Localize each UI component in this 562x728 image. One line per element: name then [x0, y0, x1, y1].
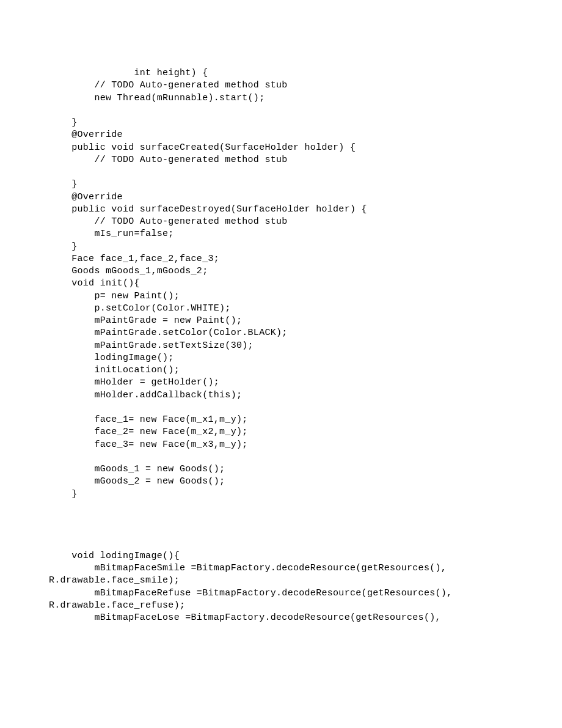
code-line: p.setColor(Color.WHITE); [49, 303, 513, 315]
code-line: public void surfaceCreated(SurfaceHolder… [49, 142, 513, 154]
code-line [49, 451, 513, 463]
code-line: mGoods_1 = new Goods(); [49, 463, 513, 476]
code-line: // TODO Auto-generated method stub [49, 79, 513, 92]
code-line: @Override [49, 191, 513, 204]
code-line: } [49, 117, 513, 129]
code-line: Face face_1,face_2,face_3; [49, 253, 513, 265]
code-line [49, 105, 513, 117]
code-line: mGoods_2 = new Goods(); [49, 476, 513, 488]
code-line: // TODO Auto-generated method stub [49, 154, 513, 166]
code-line: mBitmapFaceLose =BitmapFactory.decodeRes… [49, 612, 513, 624]
code-line: mPaintGrade.setTextSize(30); [49, 340, 513, 352]
code-line: mHolder = getHolder(); [49, 377, 513, 389]
code-line: void init(){ [49, 278, 513, 290]
code-line: face_3= new Face(m_x3,m_y); [49, 439, 513, 451]
code-line [49, 501, 513, 513]
code-line: mHolder.addCallback(this); [49, 389, 513, 402]
code-line: int height) { [49, 67, 513, 79]
code-line: R.drawable.face_refuse); [49, 600, 513, 612]
code-line: // TODO Auto-generated method stub [49, 216, 513, 228]
code-line [49, 513, 513, 525]
code-line: void lodingImage(){ [49, 550, 513, 562]
code-line: mBitmapFaceRefuse =BitmapFactory.decodeR… [49, 587, 513, 600]
code-line: mIs_run=false; [49, 228, 513, 240]
code-block: int height) { // TODO Auto-generated met… [49, 67, 513, 624]
code-line [49, 166, 513, 178]
code-line [49, 538, 513, 550]
code-line: public void surfaceDestroyed(SurfaceHold… [49, 204, 513, 216]
code-line [49, 525, 513, 537]
code-line: } [49, 178, 513, 191]
code-line: face_2= new Face(m_x2,m_y); [49, 426, 513, 438]
code-line: mPaintGrade = new Paint(); [49, 315, 513, 327]
code-line: lodingImage(); [49, 352, 513, 364]
code-line: } [49, 241, 513, 253]
code-line: face_1= new Face(m_x1,m_y); [49, 414, 513, 426]
code-line: initLocation(); [49, 364, 513, 377]
code-line: new Thread(mRunnable).start(); [49, 92, 513, 105]
code-line: p= new Paint(); [49, 290, 513, 303]
code-line: Goods mGoods_1,mGoods_2; [49, 265, 513, 278]
code-line: } [49, 488, 513, 501]
code-line: mPaintGrade.setColor(Color.BLACK); [49, 327, 513, 339]
code-line [49, 402, 513, 414]
code-line: @Override [49, 129, 513, 141]
code-line: R.drawable.face_smile); [49, 575, 513, 587]
code-line: mBitmapFaceSmile =BitmapFactory.decodeRe… [49, 562, 513, 575]
